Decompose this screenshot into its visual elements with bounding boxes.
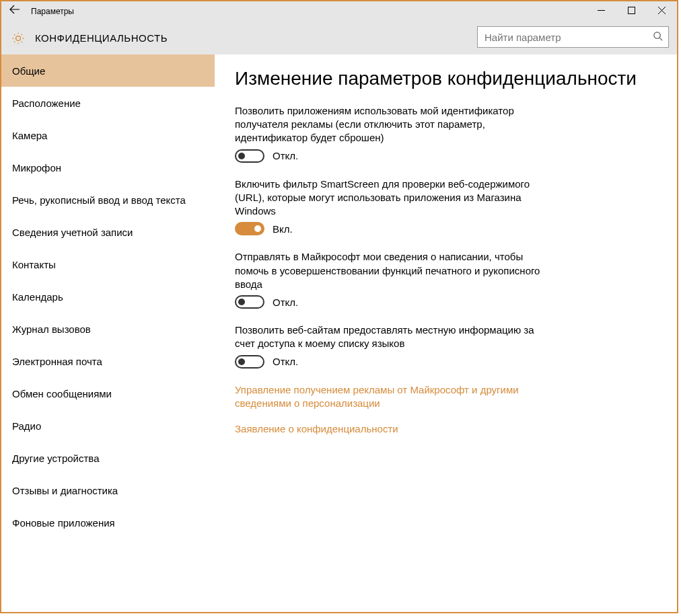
sidebar-item[interactable]: Журнал вызовов <box>1 313 215 345</box>
sidebar-item[interactable]: Радио <box>1 410 215 442</box>
sidebar-item-label: Другие устройства <box>12 453 99 464</box>
sidebar-item-label: Фоновые приложения <box>12 517 115 529</box>
toggle-row: Откл. <box>235 149 650 163</box>
search-box[interactable] <box>477 26 669 48</box>
sidebar-item-label: Радио <box>12 420 41 432</box>
header: КОНФИДЕНЦИАЛЬНОСТЬ <box>1 22 677 54</box>
toggle-switch[interactable] <box>235 295 264 309</box>
sidebar-item-label: Контакты <box>12 259 56 270</box>
sidebar-item[interactable]: Расположение <box>1 87 215 119</box>
setting-description: Отправлять в Майкрософт мои сведения о н… <box>235 250 544 291</box>
sidebar-item-label: Календарь <box>12 291 63 303</box>
toggle-switch[interactable] <box>235 149 264 163</box>
sidebar-item[interactable]: Отзывы и диагностика <box>1 474 215 506</box>
minimize-button[interactable] <box>586 1 616 22</box>
sidebar-item[interactable]: Сведения учетной записи <box>1 216 215 248</box>
sidebar-item[interactable]: Общие <box>1 54 215 87</box>
svg-point-1 <box>653 32 659 38</box>
page-heading: Изменение параметров конфиденциальности <box>235 67 650 91</box>
toggle-switch[interactable] <box>235 355 264 369</box>
sidebar-item-label: Журнал вызовов <box>12 323 91 335</box>
toggle-row: Вкл. <box>235 222 650 235</box>
sidebar-item[interactable]: Другие устройства <box>1 442 215 474</box>
setting-description: Позволить веб-сайтам предоставлять местн… <box>235 323 544 351</box>
sidebar-item-label: Микрофон <box>12 162 61 174</box>
body: ОбщиеРасположениеКамераМикрофонРечь, рук… <box>1 54 677 612</box>
sidebar-item-label: Электронная почта <box>12 356 102 367</box>
toggle-state-label: Откл. <box>273 356 298 367</box>
toggle-state-label: Вкл. <box>273 223 293 235</box>
sidebar-item-label: Сведения учетной записи <box>12 227 133 238</box>
link[interactable]: Управление получением рекламы от Майкрос… <box>235 383 544 411</box>
sidebar-item[interactable]: Обмен сообщениями <box>1 377 215 410</box>
toggle-row: Откл. <box>235 295 650 309</box>
maximize-button[interactable] <box>616 1 647 22</box>
sidebar-item[interactable]: Календарь <box>1 280 215 313</box>
sidebar-item[interactable]: Электронная почта <box>1 345 215 377</box>
sidebar-item-label: Обмен сообщениями <box>12 388 112 399</box>
sidebar-item-label: Камера <box>12 130 47 141</box>
search-icon[interactable] <box>647 31 668 43</box>
setting-description: Позволить приложениям использовать мой и… <box>235 104 544 145</box>
sidebar-item-label: Отзывы и диагностика <box>12 485 118 496</box>
toggle-switch[interactable] <box>235 222 264 235</box>
sidebar-item-label: Расположение <box>12 98 81 109</box>
title-bar: Параметры <box>1 1 677 22</box>
gear-icon <box>1 32 35 45</box>
category-title: КОНФИДЕНЦИАЛЬНОСТЬ <box>35 32 168 44</box>
sidebar: ОбщиеРасположениеКамераМикрофонРечь, рук… <box>1 54 215 612</box>
sidebar-item[interactable]: Фоновые приложения <box>1 506 215 539</box>
toggle-state-label: Откл. <box>273 297 298 308</box>
svg-rect-0 <box>629 7 635 14</box>
window-title: Параметры <box>28 7 74 16</box>
setting-description: Включить фильтр SmartScreen для проверки… <box>235 178 544 219</box>
sidebar-item[interactable]: Камера <box>1 119 215 151</box>
sidebar-item[interactable]: Контакты <box>1 248 215 280</box>
sidebar-item-label: Общие <box>12 65 45 77</box>
toggle-row: Откл. <box>235 355 650 369</box>
search-input[interactable] <box>478 32 647 43</box>
content: Изменение параметров конфиденциальности … <box>215 54 677 612</box>
sidebar-item-label: Речь, рукописный ввод и ввод текста <box>12 194 186 206</box>
sidebar-item[interactable]: Речь, рукописный ввод и ввод текста <box>1 184 215 216</box>
settings-window: Параметры КОНФИДЕНЦИАЛЬНОСТЬ ОбщиеРаспол… <box>0 0 678 613</box>
sidebar-item[interactable]: Микрофон <box>1 151 215 184</box>
close-button[interactable] <box>647 1 677 22</box>
toggle-state-label: Откл. <box>273 150 298 161</box>
back-button[interactable] <box>1 1 28 22</box>
link[interactable]: Заявление о конфиденциальности <box>235 422 544 436</box>
